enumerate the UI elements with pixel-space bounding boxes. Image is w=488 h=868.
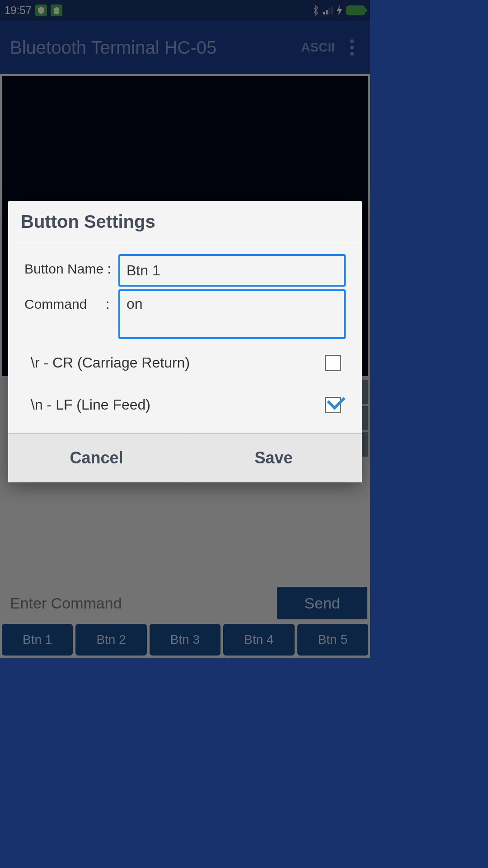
lf-option-row[interactable]: \n - LF (Line Feed) <box>24 384 346 426</box>
cr-checkbox[interactable] <box>325 355 341 371</box>
button-name-label: Button Name : <box>24 254 118 277</box>
button-settings-dialog: Button Settings Button Name : Command : … <box>8 201 362 482</box>
cr-option-label: \r - CR (Carriage Return) <box>31 354 190 371</box>
command-label-text: Command <box>24 297 87 311</box>
command-row: Command : <box>24 289 346 339</box>
cancel-button[interactable]: Cancel <box>8 434 185 482</box>
save-button[interactable]: Save <box>185 434 362 482</box>
cr-option-row[interactable]: \r - CR (Carriage Return) <box>24 342 346 384</box>
dialog-title: Button Settings <box>8 201 362 243</box>
lf-option-label: \n - LF (Line Feed) <box>31 396 150 413</box>
command-colon: : <box>106 297 109 311</box>
dialog-actions: Cancel Save <box>8 433 362 482</box>
button-name-input[interactable] <box>118 254 346 287</box>
button-name-row: Button Name : <box>24 254 346 287</box>
command-input[interactable] <box>118 289 346 339</box>
lf-checkbox[interactable] <box>325 397 341 413</box>
dialog-body: Button Name : Command : \r - CR (Carriag… <box>8 243 362 433</box>
command-label: Command : <box>24 289 118 312</box>
